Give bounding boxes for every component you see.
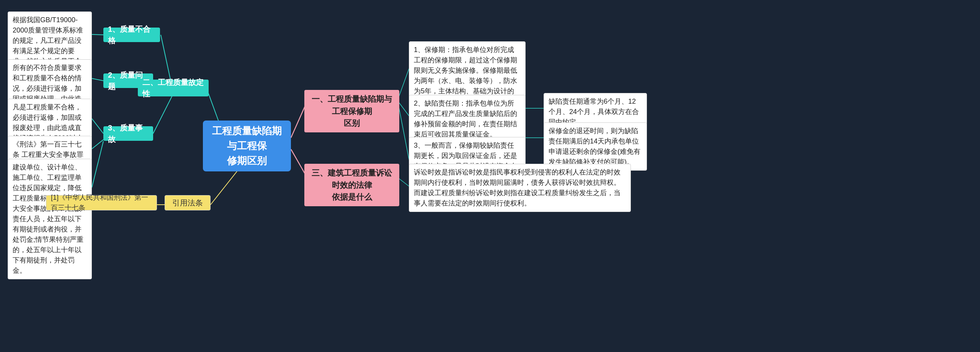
label-quality-unqualified: 1、质量不合格 bbox=[103, 28, 160, 42]
svg-line-3 bbox=[92, 140, 103, 149]
svg-line-18 bbox=[398, 178, 410, 187]
svg-line-4 bbox=[92, 141, 103, 187]
label-engineering-quality-nature: 二、工程质量故定性 bbox=[138, 80, 209, 96]
svg-line-12 bbox=[291, 149, 306, 176]
mind-map-canvas: 根据我国GB/T19000-2000质量管理体系标准的规定，凡工程产品没有满足某… bbox=[0, 0, 980, 352]
label-defect-vs-warranty: 一、工程质量缺陷期与工程保修期 区别 bbox=[304, 90, 399, 132]
svg-line-2 bbox=[92, 119, 103, 134]
box-penalty-desc: 建设单位、设计单位、施工单位、工程监理单位违反国家规定，降低工程质量标准，造成重… bbox=[8, 159, 92, 279]
svg-line-13 bbox=[398, 67, 410, 99]
svg-line-7 bbox=[153, 96, 172, 134]
box-lawsuit-timelimit-desc: 诉讼时效是指诉讼时效是指民事权利受到侵害的权利人在法定的时效期间内行使权利，当时… bbox=[409, 164, 631, 212]
cite-law-label: 引用法条 bbox=[165, 195, 211, 210]
label-lawsuit-timelimit: 三、建筑工程质量诉讼时效的法律 依据是什么 bbox=[304, 164, 399, 206]
center-node: 工程质量缺陷期与工程保 修期区别 bbox=[203, 121, 291, 171]
box-defect-liability-period-desc: 2、缺陷责任期：指承包单位为所完成的工程产品发生质量缺陷后的修补预留金额的时间，… bbox=[409, 95, 526, 143]
svg-line-11 bbox=[291, 103, 306, 138]
label-quality-accident: 3、质量事故 bbox=[103, 126, 153, 141]
svg-line-0 bbox=[92, 34, 103, 35]
svg-line-1 bbox=[92, 78, 103, 81]
cite-law-box: [1]《中华人民共和国刑法》第一百三十七条 bbox=[46, 195, 157, 210]
svg-line-14 bbox=[398, 101, 410, 117]
svg-line-15 bbox=[398, 103, 410, 163]
